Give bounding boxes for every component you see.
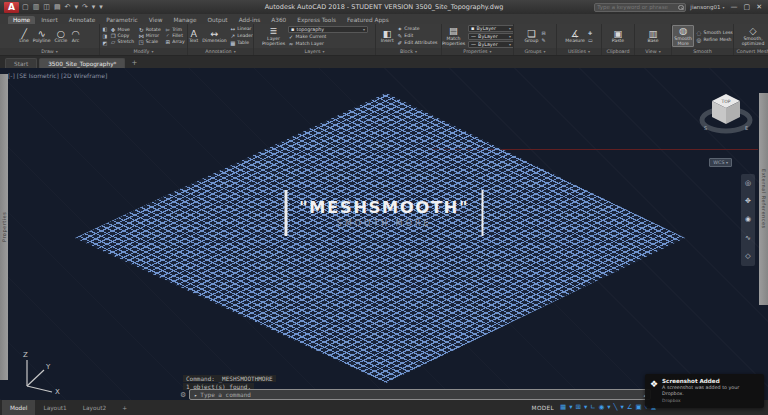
maximize-button[interactable]: ▢ (744, 3, 751, 11)
ribbon-tab[interactable]: Home (8, 16, 35, 24)
status-toggle-icon[interactable]: ▾ (607, 404, 610, 411)
panel-label-block[interactable]: Block▾ (376, 48, 441, 55)
search-icon[interactable] (678, 5, 683, 10)
file-tab-drawing[interactable]: 3500_Site_Topography* (39, 58, 125, 68)
panel-label-convert-mesh[interactable]: Convert Mesh (734, 48, 768, 55)
modify-flyout-icon[interactable]: ◩ (102, 40, 107, 46)
layout-tab[interactable]: Model (2, 400, 35, 415)
minimize-button[interactable]: — (731, 3, 738, 11)
layers-row-button[interactable]: ≈ Match Layer (288, 41, 368, 47)
ribbon-tab[interactable]: Parametric (101, 16, 142, 24)
ribbon-tab[interactable]: Featured Apps (342, 16, 394, 24)
dropbox-notification[interactable]: ❖ Screenshot Added A screenshot was adde… (645, 374, 764, 408)
model-space-button[interactable]: MODEL (532, 405, 554, 411)
panel-label-utilities[interactable]: Utilities▾ (557, 48, 601, 55)
navbar-tool-icon[interactable]: ◇ (745, 253, 750, 260)
navbar-tool-icon[interactable]: ◎ (745, 180, 751, 187)
viewport-control[interactable]: [2D Wireframe] (61, 72, 107, 79)
panel-label-clipboard[interactable]: Clipboard (602, 48, 634, 55)
paste-button[interactable]: ▣ Paste (611, 29, 625, 44)
modify-tool-button[interactable]: ▱ Stretch (110, 39, 134, 45)
status-toggle-icon[interactable]: ▦ (560, 404, 566, 411)
groups-small-icon[interactable]: ⊟ (541, 30, 545, 36)
panel-label-modify[interactable]: Modify▾ (100, 48, 187, 55)
layout-tab[interactable]: Layout1 (35, 400, 74, 415)
file-tab-start[interactable]: Start (5, 58, 37, 68)
ribbon-tab[interactable]: Express Tools (292, 16, 341, 24)
smooth-row-button[interactable]: ◎ Refine Mesh (696, 37, 733, 43)
status-toggle-icon[interactable]: ▾ (584, 404, 587, 411)
status-toggle-icon[interactable]: ╲ (614, 404, 618, 411)
status-toggle-icon[interactable]: ▾ (569, 404, 572, 411)
annotation-tool-button[interactable]: ↔ Dimension (201, 29, 227, 44)
qat-icon[interactable]: ↶ (65, 3, 71, 11)
drawing-canvas[interactable]: [-][SE Isometric][2D Wireframe] Properti… (0, 68, 768, 400)
block-row-button[interactable]: ✐ Edit Attributes (397, 40, 438, 46)
modify-flyout-icon[interactable]: ◧ (102, 26, 107, 32)
panel-label-properties[interactable]: Properties▾ (442, 48, 513, 55)
draw-tool-button[interactable]: ∿ Polyline (32, 29, 52, 44)
layer-dropdown[interactable]: ▪ topography ▾ (288, 26, 368, 33)
status-toggle-icon[interactable]: ∠ (627, 404, 633, 411)
bylayer-dropdown[interactable]: ▪ ByLayer ▾ (468, 25, 513, 32)
new-drawing-tab-button[interactable]: + (127, 59, 141, 68)
annotation-row-button[interactable]: ↗ Leader (230, 33, 253, 39)
modify-flyout-icon[interactable]: ◨ (102, 33, 107, 39)
external-references-palette-tab[interactable]: External References (759, 93, 768, 305)
qat-icon[interactable]: ▾ (99, 3, 103, 11)
smooth-more-button[interactable]: ◍ Smooth More (672, 25, 694, 47)
block-row-button[interactable]: ✎ Edit (397, 33, 438, 39)
status-toggle-icon[interactable]: ∟ (590, 404, 595, 411)
signin-menu[interactable]: jiansong01 ▾ (690, 4, 724, 10)
group-button[interactable]: ❏ Group (523, 29, 539, 44)
utilities-small-icon[interactable]: ✚ (588, 30, 593, 36)
navbar-tool-icon[interactable]: ∿ (745, 235, 751, 242)
layout-tab[interactable]: Layout2 (75, 400, 114, 415)
annotation-row-button[interactable]: ↔ Linear (230, 26, 253, 32)
block-row-button[interactable]: ✦ Create (397, 26, 438, 32)
status-toggle-icon[interactable]: ⊞ (575, 404, 580, 411)
bylayer-dropdown[interactable]: — ByLayer ▾ (468, 41, 513, 48)
base-button[interactable]: ▥ Base (646, 29, 659, 44)
help-search[interactable] (594, 3, 686, 12)
ribbon-tab[interactable]: Add-ins (234, 16, 266, 24)
customize-wrench-icon[interactable]: ⚙ (180, 391, 186, 399)
panel-label-smooth[interactable]: Smooth (672, 48, 733, 55)
smooth-optimized-button[interactable]: ◇ Smooth, optimized (741, 26, 766, 46)
draw-tool-button[interactable]: ◠ Arc (70, 29, 80, 44)
ribbon-tab[interactable]: Manage (168, 16, 201, 24)
layers-row-button[interactable]: ✓ Make Current (288, 34, 368, 40)
measure-button[interactable]: ∡ Measure (564, 29, 586, 44)
qat-icon[interactable]: ▢ (22, 3, 29, 11)
annotation-tool-button[interactable]: A Text (188, 29, 199, 44)
status-toggle-icon[interactable]: ◉ (599, 404, 605, 411)
draw-tool-button[interactable]: ○ Circle (54, 29, 69, 44)
status-toggle-icon[interactable]: ▣ (636, 404, 642, 411)
close-button[interactable]: ✕ (756, 3, 762, 11)
command-input[interactable]: ▸ Type a command ▴ (189, 389, 651, 400)
ribbon-tab[interactable]: Output (202, 16, 232, 24)
panel-label-view[interactable]: View▾ (635, 48, 671, 55)
ribbon-tab[interactable]: Insert (36, 16, 63, 24)
groups-small-icon[interactable]: ✎ (541, 37, 545, 43)
layout-tab[interactable]: + (114, 400, 135, 415)
navbar-tool-icon[interactable]: ✥ (745, 198, 751, 205)
status-toggle-icon[interactable]: ▾ (620, 404, 623, 411)
app-menu-button[interactable]: A (4, 2, 19, 13)
modify-tool-button[interactable]: ◳ Scale (138, 39, 161, 45)
qat-icon[interactable]: ↷ (82, 3, 88, 11)
user-name[interactable]: jiansong01 (690, 4, 720, 10)
ribbon-tab[interactable]: A360 (266, 16, 291, 24)
bylayer-dropdown[interactable]: — ByLayer ▾ (468, 33, 513, 40)
draw-tool-button[interactable]: ╱ Line (18, 29, 30, 44)
panel-label-draw[interactable]: Draw▾ (0, 48, 99, 55)
modify-tool-button[interactable]: ⊞ Array (165, 39, 185, 45)
wcs-dropdown[interactable]: WCS ▾ (709, 158, 732, 167)
panel-label-layers[interactable]: Layers▾ (254, 48, 375, 55)
topography-mesh[interactable] (75, 93, 685, 383)
qat-icon[interactable]: ▾ (92, 3, 96, 11)
match-properties-button[interactable]: ▤ Match Properties (442, 26, 466, 46)
search-input[interactable] (597, 4, 676, 10)
qat-icon[interactable]: ▥ (33, 3, 40, 11)
panel-label-groups[interactable]: Groups▾ (514, 48, 556, 55)
